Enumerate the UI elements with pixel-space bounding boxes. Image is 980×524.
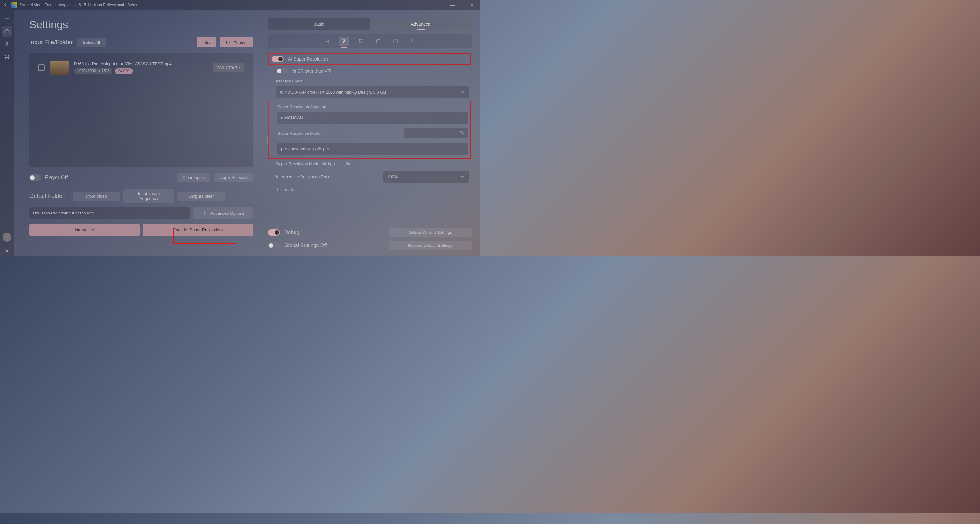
subtab-2[interactable] xyxy=(339,37,349,46)
player-toggle[interactable] xyxy=(29,175,41,181)
svg-rect-7 xyxy=(342,39,345,42)
tab-advanced[interactable]: Advanced xyxy=(370,18,472,30)
svg-rect-8 xyxy=(344,41,346,43)
global-toggle[interactable] xyxy=(268,242,280,249)
ai-sr-toggle[interactable] xyxy=(272,56,284,62)
divider-handle[interactable] xyxy=(267,137,268,145)
debug-toggle[interactable] xyxy=(268,229,280,236)
sr-later-toggle[interactable] xyxy=(276,68,288,74)
